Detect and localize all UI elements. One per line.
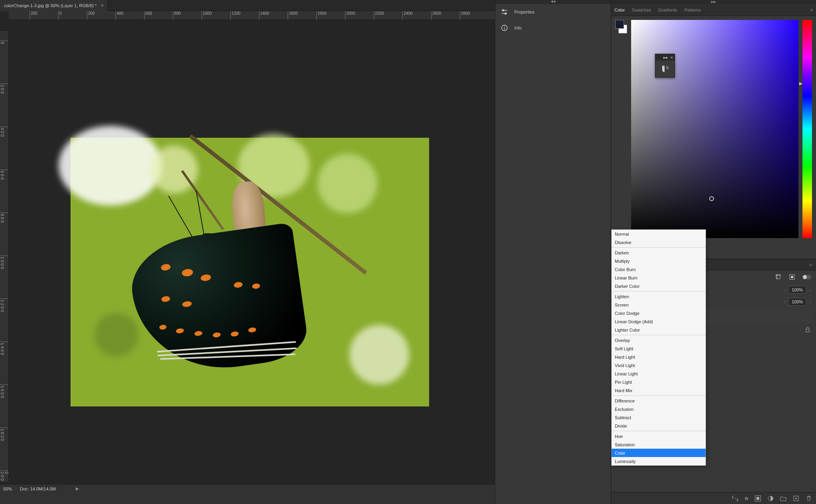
- properties-label: Properties: [514, 10, 534, 14]
- new-layer-icon[interactable]: [793, 495, 799, 502]
- svg-point-16: [756, 497, 759, 500]
- document-tab[interactable]: colorChange-1-3.jpg @ 50% (Layer 1, RGB/…: [0, 0, 108, 11]
- hue-slider[interactable]: ▶: [802, 20, 812, 238]
- bokeh-highlight: [349, 325, 409, 385]
- blend-mode-darken[interactable]: Darken: [612, 248, 706, 257]
- color-picker-body: ▸▸× 5 ▶: [611, 16, 816, 243]
- panel-collapse-handle[interactable]: ▶▶: [611, 0, 816, 4]
- blend-mode-color-burn[interactable]: Color Burn: [612, 265, 706, 273]
- toggle-switch[interactable]: [802, 275, 811, 279]
- tab-patterns[interactable]: Patterns: [685, 8, 701, 12]
- mini-panel-header[interactable]: ▸▸×: [655, 54, 675, 61]
- saturation-value-picker[interactable]: ▸▸× 5: [631, 20, 798, 238]
- link-icon[interactable]: [732, 495, 738, 502]
- mask-icon[interactable]: [755, 495, 761, 502]
- blend-mode-dissolve[interactable]: Dissolve: [612, 238, 706, 246]
- brush-icon: 5: [661, 64, 669, 73]
- blend-mode-pin-light[interactable]: Pin Light: [612, 378, 706, 386]
- svg-point-6: [504, 26, 505, 27]
- horizontal-ruler[interactable]: 4002000200400600800100012001400160018002…: [9, 11, 495, 20]
- panel-menu-icon[interactable]: ≡: [810, 262, 812, 267]
- blend-mode-difference[interactable]: Difference: [612, 397, 706, 405]
- mini-panel-body[interactable]: 5: [655, 61, 675, 77]
- tab-swatches[interactable]: Swatches: [632, 8, 651, 12]
- trash-icon[interactable]: [806, 495, 812, 502]
- blend-mode-exclusion[interactable]: Exclusion: [612, 405, 706, 413]
- color-panel-tabs: Color Swatches Gradients Patterns ≡: [611, 4, 816, 16]
- tab-gradients[interactable]: Gradients: [658, 8, 677, 12]
- blend-mode-luminosity[interactable]: Luminosity: [612, 457, 706, 465]
- blend-mode-saturation[interactable]: Saturation: [612, 440, 706, 449]
- canvas-area: 4002000200400600800100012001400160018002…: [0, 11, 495, 493]
- properties-panel-button[interactable]: Properties: [495, 4, 611, 20]
- svg-rect-14: [806, 329, 809, 332]
- foreground-swatch[interactable]: [615, 20, 624, 29]
- fill-label-suffix: :: [785, 299, 786, 304]
- foreground-background-swatch[interactable]: [615, 20, 627, 33]
- blend-mode-linear-light[interactable]: Linear Light: [612, 369, 706, 378]
- svg-rect-13: [791, 276, 793, 278]
- fill-input[interactable]: [788, 298, 806, 306]
- lock-icon[interactable]: [805, 327, 810, 332]
- crop-icon[interactable]: [775, 274, 782, 280]
- blend-mode-vivid-light[interactable]: Vivid Light: [612, 361, 706, 369]
- blend-mode-soft-light[interactable]: Soft Light: [612, 344, 706, 353]
- collapse-icon[interactable]: ▸▸: [663, 55, 668, 60]
- blend-mode-normal[interactable]: Normal: [612, 230, 706, 238]
- chevron-down-icon[interactable]: ⌄: [809, 288, 812, 292]
- floating-mini-panel[interactable]: ▸▸× 5: [655, 54, 675, 78]
- bokeh-highlight: [59, 126, 162, 205]
- color-cursor[interactable]: [709, 196, 714, 201]
- blend-mode-darker-color[interactable]: Darker Color: [612, 282, 706, 290]
- blend-mode-lighten[interactable]: Lighten: [612, 292, 706, 301]
- opacity-input[interactable]: [788, 286, 806, 294]
- blend-mode-hard-mix[interactable]: Hard Mix: [612, 386, 706, 395]
- panel-collapse-handle[interactable]: ◀◀: [495, 0, 611, 4]
- blend-mode-hard-light[interactable]: Hard Light: [612, 353, 706, 361]
- blend-mode-dropdown[interactable]: NormalDissolveDarkenMultiplyColor BurnLi…: [611, 229, 706, 466]
- antenna: [168, 196, 193, 238]
- adjustment-icon[interactable]: [767, 495, 774, 502]
- document-info[interactable]: Doc: 14.0M/14.0M: [20, 486, 56, 491]
- svg-rect-7: [662, 66, 665, 70]
- chevron-down-icon[interactable]: ⌄: [809, 300, 812, 304]
- blend-mode-color[interactable]: Color: [612, 449, 706, 457]
- status-bar: 50% Doc: 14.0M/14.0M ▶: [0, 484, 495, 493]
- blend-mode-divide[interactable]: Divide: [612, 422, 706, 430]
- blend-mode-subtract[interactable]: Subtract: [612, 413, 706, 422]
- blend-mode-overlay[interactable]: Overlay: [612, 336, 706, 344]
- info-icon: [501, 24, 508, 31]
- blend-mode-color-dodge[interactable]: Color Dodge: [612, 309, 706, 317]
- blend-mode-linear-burn[interactable]: Linear Burn: [612, 273, 706, 282]
- blend-mode-linear-dodge-add-[interactable]: Linear Dodge (Add): [612, 317, 706, 326]
- layers-footer: fx: [611, 492, 816, 504]
- butterfly: [118, 217, 310, 369]
- collapsed-panel-group: ◀◀ Properties Info: [495, 0, 611, 504]
- info-label: Info: [514, 25, 522, 30]
- image-artboard[interactable]: [71, 138, 429, 406]
- butterfly-wing: [126, 222, 310, 379]
- bokeh-highlight: [150, 146, 198, 193]
- tab-color[interactable]: Color: [614, 8, 625, 12]
- artboard-icon[interactable]: [789, 274, 795, 280]
- blend-mode-multiply[interactable]: Multiply: [612, 257, 706, 265]
- fx-icon[interactable]: fx: [745, 496, 748, 501]
- zoom-level[interactable]: 50%: [3, 486, 12, 491]
- svg-text:5: 5: [666, 65, 669, 70]
- folder-icon[interactable]: [780, 495, 787, 502]
- sliders-icon: [501, 8, 508, 16]
- info-panel-button[interactable]: Info: [495, 20, 611, 36]
- status-arrow-icon[interactable]: ▶: [76, 486, 79, 491]
- close-icon[interactable]: ×: [671, 55, 673, 60]
- blend-mode-screen[interactable]: Screen: [612, 301, 706, 309]
- blend-mode-hue[interactable]: Hue: [612, 432, 706, 440]
- document-tab-title: colorChange-1-3.jpg @ 50% (Layer 1, RGB/…: [4, 3, 97, 8]
- bokeh-highlight: [318, 154, 377, 213]
- hue-cursor[interactable]: ▶: [799, 81, 802, 85]
- opacity-label-suffix: :: [785, 287, 786, 292]
- canvas-viewport[interactable]: [9, 31, 495, 482]
- panel-menu-icon[interactable]: ≡: [810, 8, 813, 12]
- close-tab-icon[interactable]: ×: [101, 2, 104, 8]
- vertical-ruler[interactable]: 02 0 04 0 06 0 08 0 01 0 0 01 2 0 01 4 0…: [0, 31, 9, 482]
- blend-mode-lighter-color[interactable]: Lighter Color: [612, 326, 706, 334]
